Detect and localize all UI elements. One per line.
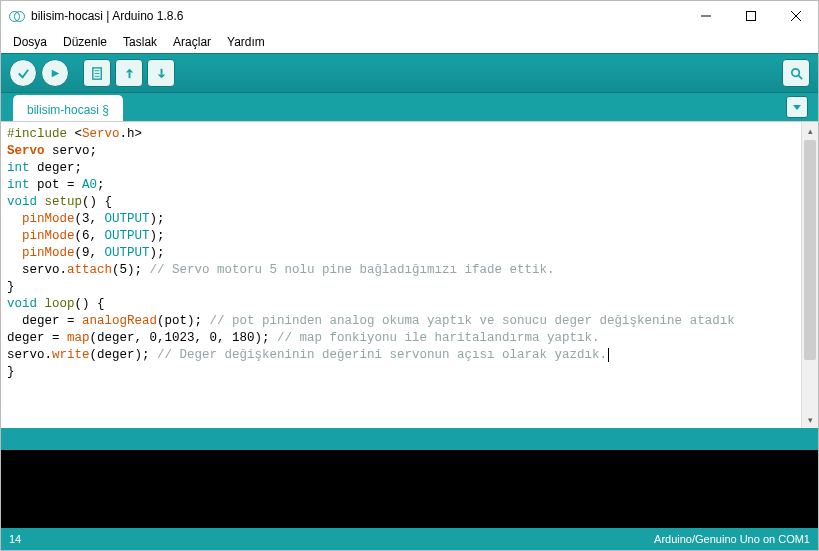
tab-active[interactable]: bilisim-hocasi §	[13, 95, 123, 121]
code-token	[37, 297, 45, 311]
console-output[interactable]	[1, 450, 818, 528]
code-token: (deger);	[90, 348, 158, 362]
code-token: pinMode	[22, 246, 75, 260]
code-token: }	[7, 280, 15, 294]
code-token: (3,	[75, 212, 105, 226]
status-line-number: 14	[9, 533, 21, 545]
code-token: }	[7, 365, 15, 379]
editor-area: #include <Servo.h> Servo servo; int dege…	[1, 121, 818, 428]
console-header	[1, 428, 818, 450]
menu-sketch[interactable]: Taslak	[115, 33, 165, 51]
code-token: void	[7, 297, 37, 311]
code-token	[37, 195, 45, 209]
code-token: analogRead	[82, 314, 157, 328]
code-token: loop	[45, 297, 75, 311]
scrollbar-thumb[interactable]	[804, 140, 816, 360]
scroll-down-arrow-icon[interactable]: ▾	[802, 411, 818, 428]
code-token: // Deger değişkeninin değerini servonun …	[157, 348, 607, 362]
code-token: .h>	[120, 127, 143, 141]
code-token: map	[67, 331, 90, 345]
code-token: A0	[82, 178, 97, 192]
code-token: OUTPUT	[105, 246, 150, 260]
code-token: (5);	[112, 263, 150, 277]
status-bar: 14 Arduino/Genuino Uno on COM1	[1, 528, 818, 550]
code-token: );	[150, 229, 165, 243]
code-token: pinMode	[22, 229, 75, 243]
code-token: // map fonkiyonu ile haritalandırma yapt…	[277, 331, 600, 345]
window-close-button[interactable]	[773, 1, 818, 31]
upload-button[interactable]	[41, 59, 69, 87]
svg-line-14	[798, 75, 802, 79]
code-token: (6,	[75, 229, 105, 243]
code-token: OUTPUT	[105, 229, 150, 243]
serial-monitor-button[interactable]	[782, 59, 810, 87]
tab-active-label: bilisim-hocasi §	[27, 103, 109, 117]
svg-marker-12	[157, 74, 165, 78]
code-token: );	[150, 212, 165, 226]
tab-menu-button[interactable]	[786, 96, 808, 118]
toolbar	[1, 53, 818, 93]
code-token: void	[7, 195, 37, 209]
text-cursor	[608, 348, 609, 362]
menu-file[interactable]: Dosya	[5, 33, 55, 51]
svg-marker-15	[793, 105, 801, 110]
open-sketch-button[interactable]	[115, 59, 143, 87]
code-token: servo.	[7, 348, 52, 362]
code-token	[7, 246, 22, 260]
code-token: Servo	[7, 144, 45, 158]
code-token: servo;	[45, 144, 98, 158]
code-token: );	[150, 246, 165, 260]
code-token: (deger, 0,1023, 0, 180);	[90, 331, 278, 345]
svg-marker-9	[125, 68, 133, 72]
code-token: servo.	[7, 263, 67, 277]
code-token: deger =	[7, 314, 82, 328]
menu-tools[interactable]: Araçlar	[165, 33, 219, 51]
code-token	[7, 229, 22, 243]
vertical-scrollbar[interactable]: ▴ ▾	[801, 122, 818, 428]
code-token: setup	[45, 195, 83, 209]
code-token: int	[7, 178, 30, 192]
code-token: pot =	[30, 178, 83, 192]
code-token: OUTPUT	[105, 212, 150, 226]
code-token: ;	[97, 178, 105, 192]
menu-edit[interactable]: Düzenle	[55, 33, 115, 51]
new-sketch-button[interactable]	[83, 59, 111, 87]
code-token	[7, 212, 22, 226]
window-maximize-button[interactable]	[728, 1, 773, 31]
window-titlebar: bilisim-hocasi | Arduino 1.8.6	[1, 1, 818, 31]
code-token: (pot);	[157, 314, 210, 328]
code-token: () {	[75, 297, 105, 311]
code-token: () {	[82, 195, 112, 209]
verify-button[interactable]	[9, 59, 37, 87]
code-token: Servo	[82, 127, 120, 141]
code-token: #include	[7, 127, 67, 141]
window-minimize-button[interactable]	[683, 1, 728, 31]
code-editor[interactable]: #include <Servo.h> Servo servo; int dege…	[1, 122, 801, 428]
window-title: bilisim-hocasi | Arduino 1.8.6	[31, 9, 184, 23]
svg-rect-1	[746, 12, 755, 21]
arduino-logo-icon	[9, 8, 25, 24]
scroll-up-arrow-icon[interactable]: ▴	[802, 122, 818, 139]
menubar: Dosya Düzenle Taslak Araçlar Yardım	[1, 31, 818, 53]
code-token: deger =	[7, 331, 67, 345]
code-token: pinMode	[22, 212, 75, 226]
menu-help[interactable]: Yardım	[219, 33, 273, 51]
svg-point-13	[791, 68, 799, 76]
code-token: // pot pininden analog okuma yaptık ve s…	[210, 314, 735, 328]
status-board-info: Arduino/Genuino Uno on COM1	[654, 533, 810, 545]
code-token: deger;	[30, 161, 83, 175]
svg-marker-4	[51, 69, 59, 77]
code-token: write	[52, 348, 90, 362]
code-token: (9,	[75, 246, 105, 260]
code-token: int	[7, 161, 30, 175]
tab-strip: bilisim-hocasi §	[1, 93, 818, 121]
code-token: // Servo motoru 5 nolu pine bağladığımız…	[150, 263, 555, 277]
code-token: attach	[67, 263, 112, 277]
code-token: <	[67, 127, 82, 141]
save-sketch-button[interactable]	[147, 59, 175, 87]
